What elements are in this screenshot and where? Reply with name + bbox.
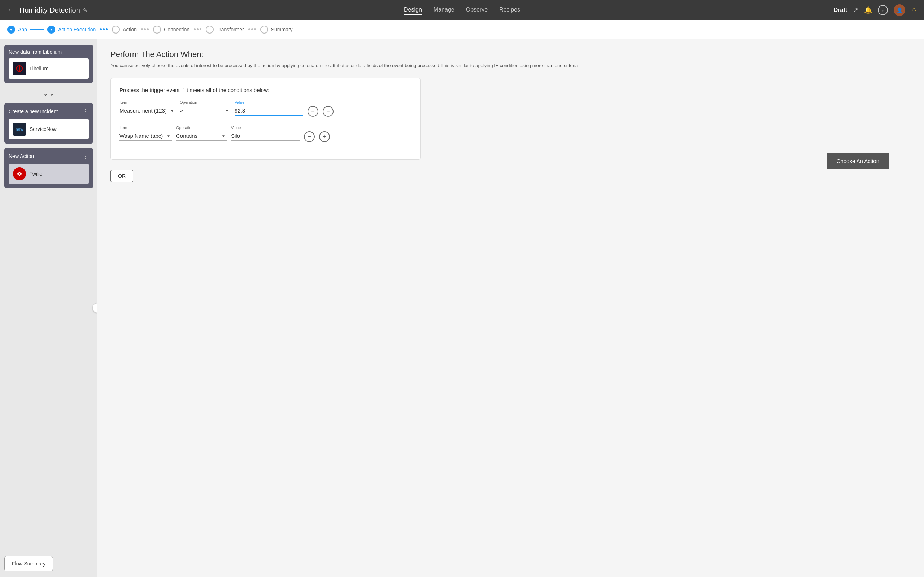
servicenow-card-title: Create a new Incident: [9, 108, 58, 114]
step-summary[interactable]: Summary: [260, 26, 293, 34]
step-label-summary: Summary: [271, 27, 293, 32]
alert-icon: ⚠: [911, 6, 917, 14]
condition-2-item-group: Item Wasp Name (abc) ▼: [120, 126, 172, 141]
step-app[interactable]: ● App: [7, 26, 27, 34]
app-title-text: Humidity Detection: [19, 6, 80, 15]
edit-icon[interactable]: ✎: [83, 7, 87, 13]
condition-row-1: Item Measurement (123) ▼ Operation >: [120, 100, 412, 117]
step-label-connection: Connection: [164, 27, 189, 32]
servicenow-logo: now: [13, 122, 26, 135]
step-bar: ● App ● Action Execution Action Connecti…: [0, 20, 924, 39]
condition-row-2: Item Wasp Name (abc) ▼ Operation Contain…: [120, 126, 412, 142]
condition-2-item-select-wrapper: Wasp Name (abc) ▼: [120, 131, 172, 141]
bell-icon[interactable]: 🔔: [864, 6, 872, 14]
step-dots-2: [141, 29, 149, 30]
condition-1-item-select-wrapper: Measurement (123) ▼: [120, 106, 175, 115]
libelium-item-label: Libelium: [30, 66, 48, 71]
sidebar: New data from Libelium Libelium ⌄⌄ Creat…: [0, 39, 97, 577]
libelium-card-title: New data from Libelium: [9, 49, 62, 55]
svg-point-2: [19, 174, 21, 176]
condition-2-operation-select-wrapper: Contains ▼: [176, 131, 227, 141]
action-menu-icon[interactable]: ⋮: [82, 152, 89, 160]
condition-2-operation-group: Operation Contains ▼: [176, 126, 227, 141]
step-connection[interactable]: Connection: [153, 26, 189, 34]
step-circle-connection: [153, 26, 161, 34]
condition-1-add-button[interactable]: +: [323, 106, 333, 117]
step-transformer[interactable]: Transformer: [206, 26, 244, 34]
back-button[interactable]: ←: [7, 6, 14, 14]
condition-1-operation-select-wrapper: > ▼: [180, 106, 230, 115]
step-circle-summary: [260, 26, 268, 34]
condition-2-value-group: Value: [231, 126, 300, 141]
conditions-label: Process the trigger event if it meets al…: [120, 87, 412, 93]
servicenow-card-header: Create a new Incident ⋮: [9, 108, 89, 115]
external-link-icon[interactable]: ⤢: [853, 6, 858, 14]
step-label-action-execution: Action Execution: [58, 27, 96, 32]
condition-1-item-label: Item: [120, 100, 175, 105]
action-card: New Action ⋮ Twilio: [4, 148, 93, 188]
servicenow-card: Create a new Incident ⋮ now ServiceNow: [4, 103, 93, 143]
libelium-card-item[interactable]: Libelium: [9, 58, 89, 79]
step-action[interactable]: Action: [112, 26, 137, 34]
avatar[interactable]: 👤: [894, 4, 905, 16]
collapse-sidebar-button[interactable]: ‹: [92, 303, 97, 313]
nav-tabs: Design Manage Observe Recipes: [404, 5, 520, 15]
condition-1-operation-select[interactable]: >: [180, 106, 230, 115]
servicenow-card-item[interactable]: now ServiceNow: [9, 119, 89, 139]
twilio-card-item[interactable]: Twilio: [9, 164, 89, 184]
condition-1-operation-group: Operation > ▼: [180, 100, 230, 115]
step-circle-action: [112, 26, 120, 34]
libelium-logo: [13, 62, 26, 75]
condition-1-remove-button[interactable]: −: [307, 106, 318, 117]
condition-2-item-select[interactable]: Wasp Name (abc): [120, 131, 172, 141]
action-card-title: New Action: [9, 153, 34, 159]
twilio-logo: [13, 167, 26, 180]
back-icon: ←: [7, 6, 14, 14]
svg-point-1: [19, 172, 21, 174]
right-section: Draft ⤢ 🔔 ? 👤 ⚠: [834, 4, 917, 16]
condition-2-remove-button[interactable]: −: [304, 131, 315, 142]
svg-point-3: [17, 173, 19, 175]
condition-1-value-input[interactable]: [234, 106, 303, 116]
step-circle-action-execution: ●: [47, 26, 55, 34]
action-card-header: New Action ⋮: [9, 152, 89, 160]
condition-2-operation-select[interactable]: Contains: [176, 131, 227, 141]
condition-2-item-label: Item: [120, 126, 172, 130]
status-badge: Draft: [834, 7, 847, 13]
condition-1-operation-label: Operation: [180, 100, 230, 105]
tab-design[interactable]: Design: [404, 5, 422, 15]
step-circle-transformer: [206, 26, 214, 34]
servicenow-menu-icon[interactable]: ⋮: [82, 108, 89, 115]
app-title: Humidity Detection ✎: [19, 6, 87, 15]
condition-2-operation-label: Operation: [176, 126, 227, 130]
condition-1-value-label: Value: [234, 100, 303, 105]
step-dots-4: [248, 29, 256, 30]
conditions-box: Process the trigger event if it meets al…: [110, 78, 421, 160]
step-label-action: Action: [123, 27, 137, 32]
condition-2-value-label: Value: [231, 126, 300, 130]
svg-point-4: [20, 173, 22, 175]
step-line-1: [30, 29, 44, 30]
step-action-execution[interactable]: ● Action Execution: [47, 26, 96, 34]
content-description: You can selectively choose the events of…: [110, 62, 911, 69]
condition-1-item-select[interactable]: Measurement (123): [120, 106, 175, 115]
step-label-transformer: Transformer: [216, 27, 244, 32]
step-dots-3: [194, 29, 201, 30]
chevron-down-icon: ⌄⌄: [4, 87, 93, 99]
condition-2-value-input[interactable]: [231, 131, 300, 141]
step-circle-app: ●: [7, 26, 15, 34]
help-icon[interactable]: ?: [878, 5, 888, 15]
twilio-item-label: Twilio: [30, 171, 42, 177]
tab-observe[interactable]: Observe: [466, 5, 488, 15]
or-button[interactable]: OR: [110, 170, 133, 182]
step-label-app: App: [18, 27, 27, 32]
condition-1-value-group: Value: [234, 100, 303, 116]
content-title: Perform The Action When:: [110, 50, 911, 59]
condition-1-item-group: Item Measurement (123) ▼: [120, 100, 175, 115]
or-section: OR: [110, 167, 911, 182]
flow-summary-button[interactable]: Flow Summary: [4, 556, 53, 571]
tab-manage[interactable]: Manage: [433, 5, 454, 15]
condition-2-add-button[interactable]: +: [319, 131, 330, 142]
tab-recipes[interactable]: Recipes: [499, 5, 520, 15]
choose-action-button[interactable]: Choose An Action: [827, 153, 889, 169]
